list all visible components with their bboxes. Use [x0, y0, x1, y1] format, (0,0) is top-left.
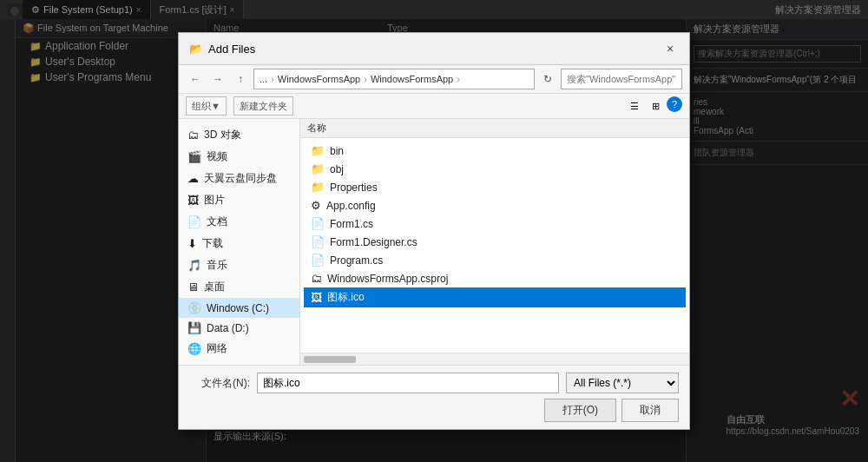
nav-video-icon: 🎬 — [187, 150, 201, 163]
nav-pictures-icon: 🖼 — [187, 194, 199, 207]
program-icon: 📄 — [311, 254, 325, 267]
dialog-search-input[interactable] — [561, 69, 682, 89]
cancel-button[interactable]: 取消 — [621, 399, 679, 422]
form1designer-icon: 📄 — [311, 235, 325, 248]
dialog-nav: 🗂 3D 对象 🎬 视频 ☁ 天翼云盘同步盘 🖼 图片 📄 文档 — [179, 119, 300, 365]
nav-music[interactable]: 🎵 音乐 — [179, 254, 299, 276]
dialog-file-program[interactable]: 📄 Program.cs — [304, 251, 686, 269]
filename-row: 文件名(N): All Files (*.*) — [189, 373, 679, 393]
organize-button[interactable]: 组织▼ — [186, 96, 227, 116]
nav-music-icon: 🎵 — [187, 259, 201, 272]
dialog-hscrollbar[interactable] — [300, 353, 689, 365]
footer-buttons: 打开(O) 取消 — [189, 399, 679, 422]
dialog-title-icon: 📂 — [189, 43, 203, 56]
nav-c-drive[interactable]: 💿 Windows (C:) — [179, 298, 299, 318]
nav-desktop[interactable]: 🖥 桌面 — [179, 276, 299, 298]
form1-label: Form1.cs — [330, 218, 373, 230]
nav-cloud-icon: ☁ — [187, 172, 199, 185]
obj-icon: 📁 — [311, 162, 325, 175]
nav-desktop-label: 桌面 — [204, 280, 225, 294]
refresh-button[interactable]: ↻ — [538, 69, 557, 89]
path-part-2: WindowsFormsApp — [371, 74, 453, 84]
appconfig-label: App.config — [326, 200, 376, 212]
dialog-title-label: Add Files — [208, 43, 255, 56]
filetype-select[interactable]: All Files (*.*) — [566, 373, 679, 393]
nav-cloud-label: 天翼云盘同步盘 — [204, 171, 277, 186]
up-button[interactable]: ↑ — [231, 69, 250, 89]
back-button[interactable]: ← — [186, 69, 205, 89]
csproj-icon: 🗂 — [311, 272, 322, 285]
properties-label: Properties — [330, 182, 378, 194]
list-view-button[interactable]: ☰ — [625, 96, 644, 116]
dialog-file-appconfig[interactable]: ⚙ App.config — [304, 196, 686, 214]
dialog-footer: 文件名(N): All Files (*.*) 打开(O) 取消 — [179, 365, 689, 429]
nav-video[interactable]: 🎬 视频 — [179, 146, 299, 168]
add-files-dialog: 📂 Add Files × ← → ↑ ... › WindowsFormsAp… — [178, 32, 690, 430]
nav-documents-icon: 📄 — [187, 215, 201, 228]
nav-network-icon: 🌐 — [187, 342, 201, 355]
dialog-file-properties[interactable]: 📁 Properties — [304, 178, 686, 196]
nav-downloads-icon: ⬇ — [187, 237, 197, 250]
filename-input[interactable] — [257, 373, 559, 393]
nav-documents[interactable]: 📄 文档 — [179, 211, 299, 233]
dialog-file-panel: 名称 📁 bin 📁 obj 📁 Properties — [300, 119, 689, 365]
dialog-file-form1designer[interactable]: 📄 Form1.Designer.cs — [304, 233, 686, 251]
filename-label: 文件名(N): — [189, 376, 250, 391]
nav-cloud[interactable]: ☁ 天翼云盘同步盘 — [179, 168, 299, 189]
nav-c-icon: 💿 — [187, 301, 201, 314]
nav-d-drive[interactable]: 💾 Data (D:) — [179, 318, 299, 338]
forward-button[interactable]: → — [208, 69, 227, 89]
nav-pictures[interactable]: 🖼 图片 — [179, 189, 299, 211]
nav-3d[interactable]: 🗂 3D 对象 — [179, 124, 299, 146]
details-view-button[interactable]: ⊞ — [646, 96, 665, 116]
dialog-overlay: 📂 Add Files × ← → ↑ ... › WindowsFormsAp… — [0, 0, 868, 462]
path-sep-1: › — [271, 74, 274, 84]
view-buttons: ☰ ⊞ ? — [625, 96, 682, 116]
hscroll-thumb — [304, 356, 356, 363]
bin-icon: 📁 — [311, 144, 325, 157]
nav-music-label: 音乐 — [207, 258, 227, 273]
nav-video-label: 视频 — [207, 149, 227, 164]
nav-pictures-label: 图片 — [204, 193, 225, 208]
open-button[interactable]: 打开(O) — [544, 399, 616, 422]
ico-icon: 🖼 — [311, 291, 322, 304]
dialog-file-list: 📁 bin 📁 obj 📁 Properties ⚙ App.config — [300, 138, 689, 353]
file-list-col-header: 名称 — [300, 119, 689, 138]
nav-3d-label: 3D 对象 — [204, 128, 241, 142]
nav-c-label: Windows (C:) — [207, 302, 269, 314]
form1-icon: 📄 — [311, 217, 325, 230]
nav-desktop-icon: 🖥 — [187, 280, 199, 294]
dialog-file-obj[interactable]: 📁 obj — [304, 160, 686, 178]
obj-label: obj — [330, 163, 344, 175]
nav-documents-label: 文档 — [207, 214, 227, 229]
path-ellipsis: ... — [260, 74, 267, 84]
path-bar[interactable]: ... › WindowsFormsApp › WindowsFormsApp … — [253, 69, 535, 89]
dialog-close-button[interactable]: × — [661, 40, 679, 57]
ico-label: 图标.ico — [327, 290, 365, 305]
nav-downloads-label: 下载 — [202, 236, 223, 251]
dialog-file-bin[interactable]: 📁 bin — [304, 142, 686, 160]
nav-network[interactable]: 🌐 网络 — [179, 338, 299, 360]
left-actions: 组织▼ 新建文件夹 — [186, 96, 293, 116]
appconfig-icon: ⚙ — [311, 199, 321, 212]
properties-icon: 📁 — [311, 181, 325, 194]
new-folder-button[interactable]: 新建文件夹 — [233, 96, 293, 116]
dialog-body: 🗂 3D 对象 🎬 视频 ☁ 天翼云盘同步盘 🖼 图片 📄 文档 — [179, 119, 689, 365]
dialog-file-form1[interactable]: 📄 Form1.cs — [304, 214, 686, 233]
csproj-label: WindowsFormsApp.csproj — [327, 273, 448, 285]
path-sep-3: › — [457, 74, 460, 84]
dialog-title-bar: 📂 Add Files × — [179, 33, 689, 65]
nav-downloads[interactable]: ⬇ 下载 — [179, 233, 299, 254]
dialog-file-ico[interactable]: 🖼 图标.ico — [304, 287, 686, 307]
dialog-file-csproj[interactable]: 🗂 WindowsFormsApp.csproj — [304, 269, 686, 287]
nav-d-label: Data (D:) — [207, 322, 249, 334]
path-sep-2: › — [364, 74, 367, 84]
name-col-header: 名称 — [307, 122, 326, 133]
path-part-1: WindowsFormsApp — [278, 74, 360, 84]
nav-network-label: 网络 — [207, 341, 227, 356]
dialog-title: 📂 Add Files — [189, 43, 255, 56]
nav-3d-icon: 🗂 — [187, 129, 199, 142]
program-label: Program.cs — [330, 254, 383, 267]
dialog-toolbar: ← → ↑ ... › WindowsFormsApp › WindowsFor… — [179, 65, 689, 94]
help-button[interactable]: ? — [667, 96, 682, 112]
